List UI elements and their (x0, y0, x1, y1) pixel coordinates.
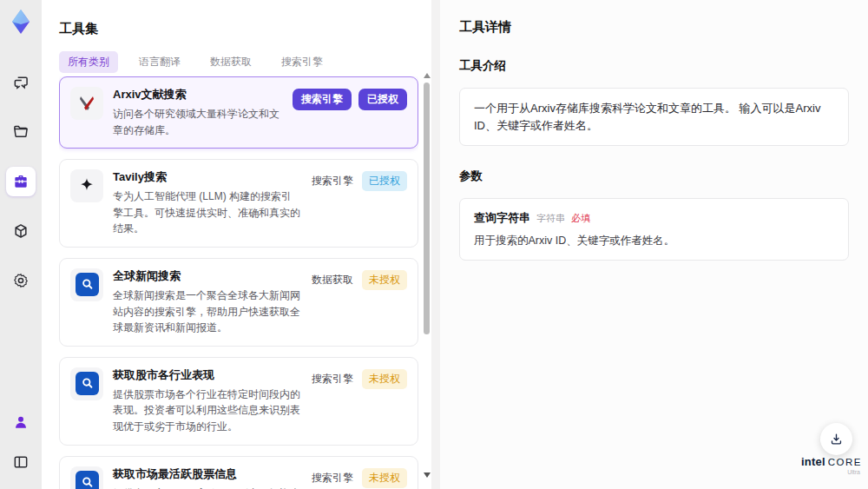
param-header: 查询字符串 字符串 必填 (474, 210, 834, 226)
detail-panel: 工具详情 工具介绍 一个用于从Arxiv存储库搜索科学论文和文章的工具。 输入可… (440, 0, 868, 489)
tool-name: 获取市场最活跃股票信息 (113, 466, 300, 482)
search-blue-icon (70, 268, 103, 301)
folder-icon[interactable] (6, 117, 36, 147)
param-type: 字符串 (536, 212, 565, 225)
tool-name: Arxiv文献搜索 (113, 87, 283, 102)
category-badge: 搜索引擎 (310, 171, 355, 191)
app-window: 工具集 所有类别语言翻译数据获取搜索引擎 Arxiv文献搜索访问各个研究领域大量… (0, 0, 868, 489)
tool-description: 专为人工智能代理 (LLM) 构建的搜索引擎工具。可快速提供实时、准确和真实的结… (113, 188, 300, 237)
param-description: 用于搜索的Arxiv ID、关键字或作者姓名。 (474, 234, 834, 248)
ultra-wordmark: Ultra (803, 469, 860, 475)
scrollbar-thumb[interactable] (424, 83, 430, 334)
search-blue-icon (70, 367, 103, 400)
category-badge: 搜索引擎 (310, 468, 355, 488)
download-button[interactable] (820, 423, 852, 455)
auth-status-badge: 未授权 (362, 468, 407, 488)
category-badge: 搜索引擎 (293, 89, 352, 110)
tool-name: 获取股市各行业表现 (113, 367, 300, 383)
intro-box: 一个用于从Arxiv存储库搜索科学论文和文章的工具。 输入可以是Arxiv ID… (459, 88, 849, 146)
tab-2[interactable]: 数据获取 (201, 51, 260, 73)
tab-1[interactable]: 语言翻译 (130, 51, 189, 73)
icon-rail (0, 0, 42, 489)
toolbox-icon[interactable] (6, 167, 36, 196)
app-logo-icon[interactable] (6, 7, 36, 36)
tool-card[interactable]: 全球新闻搜索全球新闻搜索是一个聚合全球各大新闻网站内容的搜索引擎，帮助用户快速获… (59, 258, 418, 347)
collapse-panel-icon[interactable] (6, 447, 36, 477)
arxiv-icon (70, 87, 103, 120)
chat-icon[interactable] (6, 68, 36, 97)
param-box: 查询字符串 字符串 必填 用于搜索的Arxiv ID、关键字或作者姓名。 (459, 198, 849, 261)
tool-description: 全球新闻搜索是一个聚合全球各大新闻网站内容的搜索引擎，帮助用户快速获取全球最新资… (113, 287, 300, 336)
tool-description: 提供当天交易量最高的股票列表。投资者可以利用这些信息来识别流动性强的股票和潜在的… (113, 486, 300, 489)
download-icon (829, 432, 844, 446)
intro-text: 一个用于从Arxiv存储库搜索科学论文和文章的工具。 输入可以是Arxiv ID… (474, 100, 834, 134)
auth-status-badge: 已授权 (358, 89, 407, 110)
category-tabs: 所有类别语言翻译数据获取搜索引擎 (59, 51, 332, 73)
tool-name: Tavily搜索 (113, 169, 300, 185)
detail-title: 工具详情 (459, 19, 849, 36)
tab-3[interactable]: 搜索引擎 (273, 51, 332, 73)
param-name: 查询字符串 (474, 210, 530, 226)
tab-0[interactable]: 所有类别 (59, 51, 118, 73)
scroll-down-arrow-icon[interactable] (424, 472, 431, 478)
intel-wordmark: intel (801, 455, 825, 468)
tool-card[interactable]: Tavily搜索专为人工智能代理 (LLM) 构建的搜索引擎工具。可快速提供实时… (59, 159, 418, 248)
user-profile-icon[interactable] (6, 407, 36, 437)
list-scrollbar[interactable] (422, 71, 432, 479)
settings-gear-icon[interactable] (6, 266, 36, 295)
auth-status-badge: 未授权 (362, 369, 407, 389)
tools-panel: 工具集 所有类别语言翻译数据获取搜索引擎 Arxiv文献搜索访问各个研究领域大量… (42, 0, 431, 489)
category-badge: 搜索引擎 (310, 369, 355, 389)
tool-description: 访问各个研究领域大量科学论文和文章的存储库。 (113, 106, 283, 138)
rail-nav (6, 68, 36, 295)
param-required-badge: 必填 (571, 212, 590, 225)
tool-card[interactable]: 获取股市各行业表现提供股票市场各个行业在特定时间段内的表现。投资者可以利用这些信… (59, 357, 418, 446)
rail-bottom (0, 407, 42, 477)
category-badge: 数据获取 (310, 270, 355, 290)
intro-heading: 工具介绍 (459, 58, 849, 74)
scroll-up-arrow-icon[interactable] (424, 73, 431, 78)
auth-status-badge: 已授权 (362, 171, 407, 191)
tool-name: 全球新闻搜索 (113, 268, 300, 284)
cube-icon[interactable] (6, 216, 36, 246)
search-blue-icon (70, 466, 103, 489)
tool-description: 提供股票市场各个行业在特定时间段内的表现。投资者可以利用这些信息来识别表现优于或… (113, 387, 300, 435)
tool-list: Arxiv文献搜索访问各个研究领域大量科学论文和文章的存储库。搜索引擎已授权Ta… (59, 76, 418, 489)
params-heading: 参数 (459, 169, 849, 184)
page-title: 工具集 (59, 21, 98, 37)
star-icon (70, 169, 103, 202)
tool-card[interactable]: 获取市场最活跃股票信息提供当天交易量最高的股票列表。投资者可以利用这些信息来识别… (59, 456, 418, 489)
tool-card[interactable]: Arxiv文献搜索访问各个研究领域大量科学论文和文章的存储库。搜索引擎已授权 (59, 76, 418, 149)
auth-status-badge: 未授权 (362, 270, 407, 290)
core-wordmark: CORE (828, 457, 862, 467)
intel-core-logo: intel CORE Ultra (803, 455, 860, 475)
